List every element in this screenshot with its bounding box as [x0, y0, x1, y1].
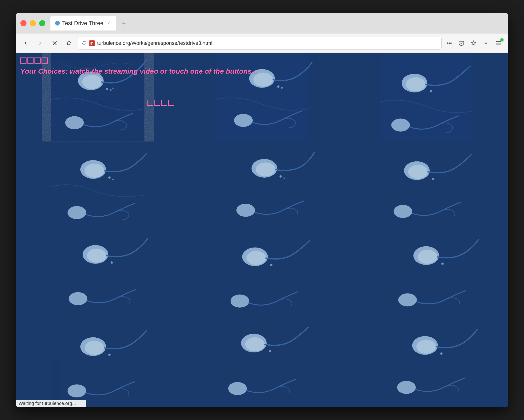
traffic-lights [20, 20, 45, 26]
svg-rect-5 [91, 44, 92, 44]
bookmark-button[interactable] [468, 38, 479, 48]
nav-bar: 🛡 turbulence.org/Works/genresponse/testd… [16, 34, 508, 53]
close-window-button[interactable] [20, 20, 26, 26]
url-display: turbulence.org/Works/genresponse/testdri… [97, 40, 438, 46]
page-content: Your Choices: watch the streaming video … [16, 53, 508, 407]
tab-bar: Test Drive Three × + [50, 16, 504, 30]
more-dots-icon: ••• [446, 40, 452, 46]
small-button-4[interactable] [42, 58, 48, 64]
small-button-1[interactable] [20, 58, 26, 64]
browser-content: Your Choices: watch the streaming video … [16, 53, 508, 407]
browser-window: Test Drive Three × + [16, 13, 508, 407]
tab-title: Test Drive Three [62, 20, 104, 26]
url-favicon [89, 40, 95, 46]
notification-dot [500, 38, 504, 42]
new-tab-button[interactable]: + [118, 17, 130, 29]
svg-marker-6 [471, 41, 476, 45]
maximize-window-button[interactable] [39, 20, 45, 26]
hamburger-menu-button[interactable] [493, 37, 505, 49]
active-tab[interactable]: Test Drive Three × [50, 16, 116, 30]
svg-rect-2 [90, 41, 94, 45]
reload-button[interactable] [49, 37, 61, 49]
svg-rect-4 [92, 42, 93, 43]
mid-button-4[interactable] [168, 100, 174, 106]
more-button[interactable]: ••• [444, 38, 454, 48]
mid-button-2[interactable] [154, 100, 160, 106]
status-text: Waiting for turbulence.org... [18, 401, 76, 406]
address-bar[interactable]: 🛡 turbulence.org/Works/genresponse/testd… [78, 37, 442, 50]
instruction-text: Your Choices: watch the streaming video … [20, 67, 504, 75]
mid-button-3[interactable] [161, 100, 167, 106]
back-button[interactable] [19, 37, 32, 49]
svg-rect-3 [91, 42, 92, 43]
tab-favicon [55, 21, 60, 26]
mid-buttons-row [147, 100, 174, 106]
top-buttons-row [20, 58, 504, 64]
nav-extras: ••• » [444, 37, 505, 49]
minimize-window-button[interactable] [30, 20, 36, 26]
home-button[interactable] [63, 37, 75, 49]
pocket-button[interactable] [456, 38, 467, 48]
expand-button[interactable]: » [480, 38, 491, 48]
small-button-3[interactable] [35, 58, 41, 64]
mid-button-1[interactable] [147, 100, 153, 106]
forward-button[interactable] [34, 37, 46, 49]
expand-chevron-icon: » [484, 40, 487, 46]
status-bar: Waiting for turbulence.org... [16, 400, 86, 407]
tab-close-button[interactable]: × [106, 20, 111, 26]
security-shield-icon: 🛡 [82, 40, 87, 46]
small-button-2[interactable] [27, 58, 34, 64]
title-bar: Test Drive Three × + [16, 13, 508, 34]
